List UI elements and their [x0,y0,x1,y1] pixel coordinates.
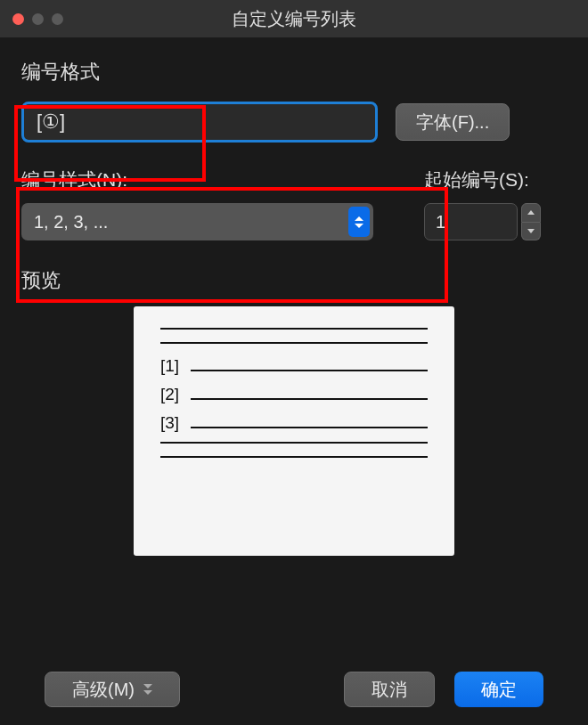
number-format-input[interactable] [21,102,378,143]
chevron-down-icon [143,684,152,695]
number-style-label: 编号样式(N): [21,167,397,192]
start-number-label: 起始编号(S): [424,167,567,192]
preview-item: [2] [160,385,428,404]
preview-rule [160,328,428,330]
preview-label: 预览 [21,267,567,294]
close-icon[interactable] [12,13,24,25]
start-number-stepper [521,203,541,240]
style-row: 编号样式(N): 1, 2, 3, ... 起始编号(S): [21,167,567,240]
preview-rule [191,398,428,400]
advanced-button-label: 高级(M) [72,678,135,702]
traffic-lights [12,13,63,25]
start-number-input-wrap [424,203,567,240]
preview-item: [3] [160,413,428,433]
dialog-window: 自定义编号列表 编号格式 字体(F)... 编号样式(N): 1, 2, 3, … [0,0,588,725]
ok-button[interactable]: 确定 [454,672,543,707]
start-number-input[interactable] [424,203,518,240]
dialog-content: 编号格式 字体(F)... 编号样式(N): 1, 2, 3, ... 起始编号… [0,37,588,725]
cancel-button[interactable]: 取消 [344,672,435,707]
preview-rule [191,370,428,371]
button-bar: 高级(M) 取消 确定 [21,672,567,707]
number-style-column: 编号样式(N): 1, 2, 3, ... [21,167,397,240]
number-format-label: 编号格式 [21,59,567,86]
window-title: 自定义编号列表 [0,7,588,31]
stepper-up-button[interactable] [521,203,541,223]
advanced-button[interactable]: 高级(M) [45,672,180,707]
preview-number: [2] [160,385,184,404]
preview-area: [1] [2] [3] [134,306,454,556]
format-row: 字体(F)... [21,102,567,143]
preview-number: [3] [160,413,184,433]
start-number-column: 起始编号(S): [424,167,567,240]
preview-item: [1] [160,356,428,376]
preview-rule [160,442,428,444]
preview-rule [160,456,428,458]
maximize-icon [52,13,63,25]
stepper-down-button[interactable] [521,223,541,241]
minimize-icon [32,13,44,25]
preview-rule [191,427,428,428]
titlebar: 自定义编号列表 [0,0,588,37]
font-button[interactable]: 字体(F)... [396,103,510,141]
number-style-select-wrap: 1, 2, 3, ... [21,203,373,240]
preview-number: [1] [160,356,184,376]
preview-rule [160,342,428,344]
number-style-select[interactable]: 1, 2, 3, ... [21,203,373,240]
